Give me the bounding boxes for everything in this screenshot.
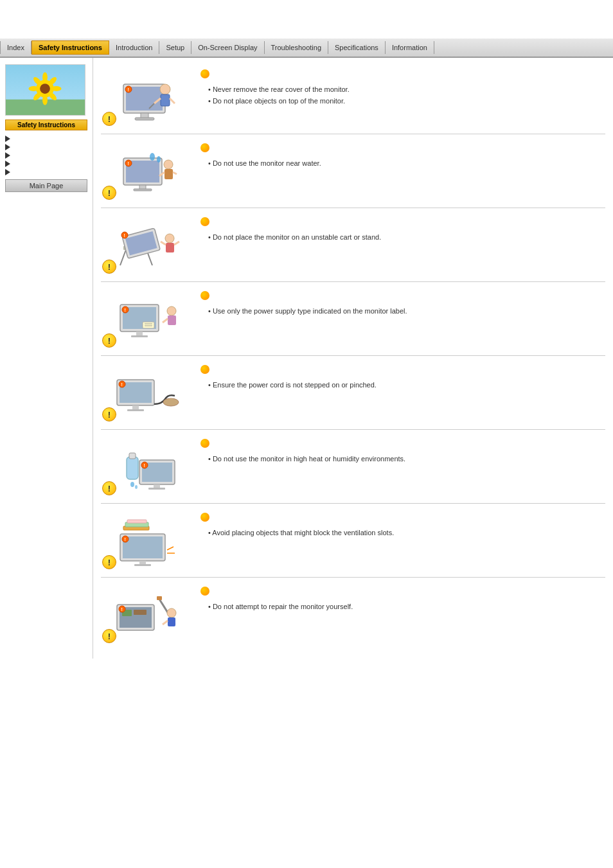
warn-icon-7: ! — [102, 555, 116, 569]
svg-rect-82 — [127, 520, 147, 523]
svg-rect-92 — [168, 617, 175, 626]
illus-svg-4: ! — [104, 293, 188, 348]
safety-section-2: ! ! Do not use the monitor near water. — [101, 137, 605, 208]
sidebar-section-label[interactable]: Safety Instructions — [5, 120, 87, 130]
main-container: Safety Instructions Main Page — [0, 58, 613, 659]
text-area-6: Do not use the monitor in high heat or h… — [200, 439, 605, 466]
warning-dot-7 — [200, 513, 209, 522]
svg-rect-67 — [129, 453, 136, 459]
svg-line-19 — [170, 98, 175, 103]
svg-rect-88 — [134, 610, 147, 615]
safety-section-5: ! ! Ensure the power cord is not stepped… — [101, 359, 605, 430]
svg-text:!: ! — [121, 382, 123, 387]
warn-icon-1: ! — [102, 112, 116, 126]
sidebar-nav-4[interactable] — [5, 161, 87, 167]
svg-point-29 — [164, 160, 173, 169]
svg-text:!: ! — [128, 161, 129, 166]
text-area-5: Ensure the power cord is not stepped on … — [200, 365, 605, 392]
warning-dot-2 — [200, 143, 209, 152]
content-area: ! ! Never remove the rear cover of the m… — [93, 58, 613, 659]
illustration-6: ! ! — [101, 439, 191, 497]
warn-icon-5: ! — [102, 407, 116, 421]
illustration-7: ! ! — [101, 513, 191, 571]
sidebar-thumbnail — [5, 64, 85, 116]
text-area-8: Do not attempt to repair the monitor you… — [200, 587, 605, 614]
svg-text:!: ! — [124, 233, 125, 238]
illustration-5: ! ! — [101, 365, 191, 423]
svg-rect-73 — [148, 488, 165, 490]
nav-troubleshooting[interactable]: Troubleshooting — [265, 41, 328, 54]
arrow-icon-3 — [5, 152, 10, 159]
sidebar-nav-2[interactable] — [5, 144, 87, 150]
svg-point-7 — [51, 86, 62, 91]
nav-introduction[interactable]: Introduction — [109, 41, 159, 54]
nav-specifications[interactable]: Specifications — [328, 41, 386, 54]
safety-section-3: ! ! Do not place the monitor on an unsta… — [101, 211, 605, 282]
warning-dot-4 — [200, 291, 209, 300]
svg-point-5 — [42, 95, 48, 105]
bullet-7-1: Avoid placing objects that might block t… — [208, 528, 605, 538]
navigation-bar: Index Safety Instructions Introduction S… — [0, 39, 613, 58]
illus-svg-8: ! — [104, 589, 188, 643]
safety-section-4: ! ! Use only the power supply type indic… — [101, 285, 605, 356]
svg-point-69 — [135, 485, 138, 489]
svg-text:!: ! — [144, 463, 145, 468]
text-area-7: Avoid placing objects that might block t… — [200, 513, 605, 540]
svg-rect-79 — [134, 564, 151, 566]
safety-section-6: ! ! Do not use the monitor in high heat … — [101, 432, 605, 504]
warn-icon-4: ! — [102, 333, 116, 348]
nav-setup[interactable]: Setup — [159, 41, 191, 54]
svg-point-50 — [167, 306, 176, 315]
svg-rect-15 — [135, 118, 154, 120]
text-area-1: Never remove the rear cover of the monit… — [200, 69, 605, 109]
illus-svg-2: ! — [104, 145, 188, 200]
bullet-2-1: Do not use the monitor near water. — [208, 159, 605, 168]
svg-point-3 — [40, 84, 50, 94]
svg-line-32 — [173, 172, 177, 174]
thumbnail-image — [6, 64, 85, 116]
svg-rect-61 — [127, 409, 144, 411]
svg-text:!: ! — [125, 308, 126, 312]
nav-index[interactable]: Index — [0, 41, 31, 54]
text-area-3: Do not place the monitor on an unstable … — [200, 217, 605, 244]
svg-line-43 — [174, 242, 179, 245]
svg-point-6 — [28, 86, 39, 91]
svg-line-42 — [161, 242, 166, 245]
svg-line-93 — [163, 621, 168, 624]
bullet-1-1: Never remove the rear cover of the monit… — [208, 85, 605, 94]
bullet-4-1: Use only the power supply type indicated… — [208, 306, 605, 316]
svg-point-4 — [42, 72, 48, 82]
illustration-3: ! ! — [101, 217, 191, 275]
nav-on-screen-display[interactable]: On-Screen Display — [191, 41, 264, 54]
illus-svg-5: ! — [104, 367, 188, 421]
svg-rect-90 — [157, 596, 162, 600]
illus-svg-3: ! — [104, 219, 188, 274]
svg-rect-41 — [166, 243, 174, 252]
svg-point-28 — [157, 156, 161, 163]
svg-rect-60 — [132, 405, 139, 410]
svg-rect-26 — [134, 189, 152, 191]
nav-information[interactable]: Information — [386, 41, 434, 54]
svg-rect-48 — [136, 332, 143, 336]
warn-icon-6: ! — [102, 481, 116, 495]
main-page-button[interactable]: Main Page — [5, 179, 87, 192]
sidebar-nav-5[interactable] — [5, 169, 87, 175]
arrow-icon-4 — [5, 161, 10, 167]
arrow-icon-5 — [5, 169, 10, 175]
illustration-1: ! ! — [101, 69, 191, 127]
bullet-5-1: Ensure the power cord is not stepped on … — [208, 380, 605, 390]
safety-section-7: ! ! Avoid placing objects that might blo… — [101, 506, 605, 578]
svg-rect-53 — [143, 322, 154, 328]
nav-safety-instructions[interactable]: Safety Instructions — [31, 40, 109, 55]
safety-section-8: ! ! Do not attempt to repair the monitor… — [101, 580, 605, 651]
sidebar-nav-3[interactable] — [5, 152, 87, 159]
svg-text:!: ! — [121, 607, 123, 612]
safety-section-1: ! ! Never remove the rear cover of the m… — [101, 63, 605, 134]
sidebar: Safety Instructions Main Page — [0, 58, 93, 659]
sidebar-nav-1[interactable] — [5, 136, 87, 142]
svg-line-52 — [163, 319, 168, 323]
svg-text:!: ! — [128, 87, 129, 92]
svg-rect-66 — [127, 457, 138, 479]
illustration-4: ! ! — [101, 291, 191, 349]
warning-dot-6 — [200, 439, 209, 448]
